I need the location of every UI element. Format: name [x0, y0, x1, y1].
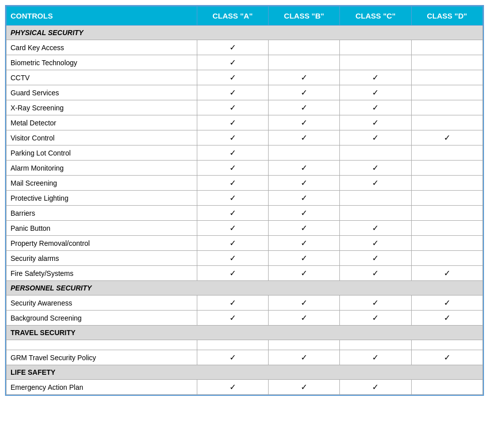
check-cell: ✓: [197, 221, 268, 236]
check-cell: ✓: [340, 266, 411, 281]
check-cell: ✓: [411, 295, 482, 311]
check-mark: ✓: [229, 383, 236, 391]
check-cell: ✓: [340, 311, 411, 326]
check-mark: ✓: [301, 383, 307, 391]
header-class-a: CLASS "A": [197, 7, 268, 26]
check-mark: ✓: [229, 224, 236, 232]
check-mark: ✓: [301, 103, 307, 112]
check-cell: ✓: [268, 236, 339, 251]
check-mark: ✓: [372, 254, 379, 262]
row-label: Protective Lighting: [7, 191, 197, 206]
check-mark: ✓: [301, 133, 307, 142]
check-cell: ✓: [197, 251, 268, 266]
check-cell: ✓: [197, 70, 268, 85]
check-cell: [340, 191, 411, 206]
check-cell: [340, 55, 411, 70]
check-cell: ✓: [268, 295, 339, 311]
check-cell: ✓: [197, 145, 268, 161]
check-cell: ✓: [197, 311, 268, 326]
check-cell: ✓: [268, 191, 339, 206]
row-label: Alarm Monitoring: [7, 161, 197, 176]
check-mark: ✓: [444, 353, 450, 362]
check-mark: ✓: [372, 103, 379, 112]
check-cell: ✓: [197, 176, 268, 191]
row-label: X-Ray Screening: [7, 100, 197, 115]
check-mark: ✓: [229, 239, 236, 247]
check-mark: ✓: [301, 118, 307, 127]
check-cell: ✓: [268, 100, 339, 115]
row-label: Security alarms: [7, 251, 197, 266]
check-mark: ✓: [229, 353, 236, 362]
check-cell: ✓: [197, 206, 268, 221]
section-header-bold-label: TRAVEL SECURITY: [7, 326, 483, 340]
check-cell: ✓: [197, 115, 268, 130]
check-mark: ✓: [301, 254, 307, 262]
check-cell: ✓: [268, 380, 339, 395]
check-cell: ✓: [197, 85, 268, 100]
check-cell: ✓: [268, 266, 339, 281]
check-mark: ✓: [444, 133, 450, 142]
check-mark: ✓: [301, 194, 307, 202]
check-mark: ✓: [372, 239, 379, 247]
check-cell: ✓: [197, 55, 268, 70]
check-mark: ✓: [372, 73, 379, 82]
check-mark: ✓: [301, 88, 307, 97]
check-mark: ✓: [372, 179, 379, 187]
check-cell: ✓: [268, 206, 339, 221]
check-cell: [411, 191, 482, 206]
check-cell: [411, 236, 482, 251]
check-mark: ✓: [229, 88, 236, 97]
check-cell: [411, 115, 482, 130]
empty-cell: [340, 340, 411, 350]
check-mark: ✓: [372, 298, 379, 307]
check-cell: ✓: [340, 161, 411, 176]
check-cell: ✓: [340, 130, 411, 145]
check-cell: ✓: [268, 130, 339, 145]
check-cell: ✓: [268, 221, 339, 236]
check-mark: ✓: [229, 164, 236, 172]
check-mark: ✓: [301, 269, 307, 277]
check-cell: ✓: [268, 70, 339, 85]
check-cell: ✓: [268, 115, 339, 130]
check-mark: ✓: [301, 224, 307, 232]
check-cell: [411, 251, 482, 266]
header-class-d: CLASS "D": [411, 7, 482, 26]
check-cell: [411, 55, 482, 70]
row-label: Card Key Access: [7, 40, 197, 55]
section-header-label: PERSONNEL SECURITY: [7, 281, 483, 295]
controls-table: CONTROLS CLASS "A" CLASS "B" CLASS "C" C…: [5, 5, 484, 396]
check-cell: ✓: [340, 251, 411, 266]
check-cell: ✓: [197, 100, 268, 115]
check-cell: ✓: [340, 236, 411, 251]
header-class-c: CLASS "C": [340, 7, 411, 26]
check-mark: ✓: [372, 269, 379, 277]
check-mark: ✓: [229, 43, 236, 52]
check-cell: ✓: [340, 70, 411, 85]
row-label: Security Awareness: [7, 295, 197, 311]
check-cell: [411, 85, 482, 100]
row-label: Biometric Technology: [7, 55, 197, 70]
check-cell: ✓: [197, 40, 268, 55]
check-mark: ✓: [444, 269, 450, 277]
check-mark: ✓: [229, 58, 236, 67]
row-label: Visitor Control: [7, 130, 197, 145]
check-mark: ✓: [301, 164, 307, 172]
check-cell: ✓: [411, 130, 482, 145]
row-label: Barriers: [7, 206, 197, 221]
check-mark: ✓: [372, 164, 379, 172]
check-cell: ✓: [197, 130, 268, 145]
check-mark: ✓: [301, 73, 307, 82]
check-cell: ✓: [340, 115, 411, 130]
check-cell: ✓: [340, 85, 411, 100]
check-mark: ✓: [301, 209, 307, 217]
check-mark: ✓: [301, 314, 307, 322]
check-cell: [340, 145, 411, 161]
check-mark: ✓: [372, 353, 379, 362]
check-mark: ✓: [372, 314, 379, 322]
check-mark: ✓: [444, 298, 450, 307]
empty-cell: [7, 340, 197, 350]
check-cell: [411, 221, 482, 236]
check-mark: ✓: [372, 224, 379, 232]
check-mark: ✓: [229, 103, 236, 112]
check-cell: ✓: [268, 85, 339, 100]
